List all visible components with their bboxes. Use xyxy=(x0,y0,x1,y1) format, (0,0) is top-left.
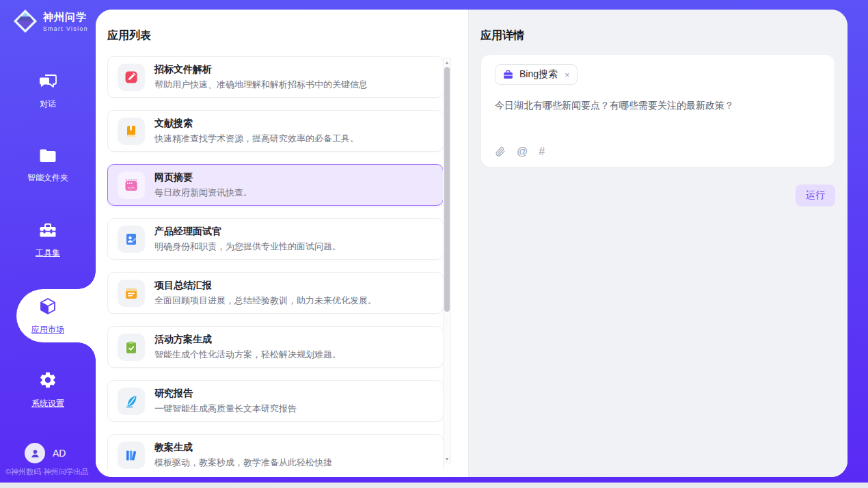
app-desc: 明确身份和职责，为您提供专业性的面试问题。 xyxy=(154,241,341,253)
app-desc: 帮助用户快速、准确地理解和解析招标书中的关键信息 xyxy=(154,79,368,91)
app-desc: 一键智能生成高质量长文本研究报告 xyxy=(154,403,297,415)
app-list: 招标文件解析 帮助用户快速、准确地理解和解析招标书中的关键信息 文献搜索 快速精… xyxy=(107,56,444,470)
browser-code-icon: </> xyxy=(124,178,139,193)
app-item-web-summary[interactable]: </> 网页摘要 每日政府新闻资讯快查。 xyxy=(107,164,444,206)
cube-icon xyxy=(38,297,58,316)
brand-name: 神州问学 xyxy=(43,11,88,24)
hashtag-icon[interactable]: # xyxy=(539,146,545,158)
prompt-card[interactable]: Bing搜索 × 今日湖北有哪些新闻要点？有哪些需要关注的最新政策？ @ # xyxy=(480,54,835,167)
interviewer-icon xyxy=(124,232,139,247)
user-name: AD xyxy=(53,448,66,459)
tool-tag-label: Bing搜索 xyxy=(519,68,558,81)
app-title: 招标文件解析 xyxy=(154,64,368,76)
tool-tag-bing-search[interactable]: Bing搜索 × xyxy=(495,64,578,85)
app-item-pm-interviewer[interactable]: 产品经理面试官 明确身份和职责，为您提供专业性的面试问题。 xyxy=(107,218,444,260)
app-item-event-plan[interactable]: 活动方案生成 智能生成个性化活动方案，轻松解决规划难题。 xyxy=(107,326,444,368)
sidebar-item-smart-folder[interactable]: 智能文件夹 xyxy=(0,148,96,184)
avatar xyxy=(25,443,45,463)
app-list-title: 应用列表 xyxy=(107,29,468,43)
app-item-project-summary[interactable]: 项目总结汇报 全面回顾项目进展，总结经验教训，助力未来优化发展。 xyxy=(107,272,444,314)
sidebar-item-chat[interactable]: 对话 xyxy=(0,74,96,110)
sidebar-item-toolset[interactable]: 工具集 xyxy=(0,221,96,259)
brand-logo: 神州问学 Smart Vision xyxy=(12,8,88,34)
app-detail-panel: 应用详情 Bing搜索 × 今日湖北有哪些新闻要点？有哪些需要关注的最新政策？ … xyxy=(468,10,847,477)
app-desc: 模板驱动，教案秒成，教学准备从此轻松快捷 xyxy=(154,457,332,469)
app-list-panel: 应用列表 招标文件解析 帮助用户快速、准确地理解和解析招标书中的关键信息 xyxy=(96,10,468,477)
scrollbar-thumb[interactable] xyxy=(444,67,450,312)
sidebar-item-label: 对话 xyxy=(0,98,96,110)
app-desc: 每日政府新闻资讯快查。 xyxy=(154,187,252,199)
app-title: 文献搜索 xyxy=(154,118,359,130)
books-icon xyxy=(124,448,139,463)
main-content: 应用列表 招标文件解析 帮助用户快速、准确地理解和解析招标书中的关键信息 xyxy=(96,10,847,477)
tool-tag-close-icon[interactable]: × xyxy=(565,70,570,80)
app-title: 产品经理面试官 xyxy=(154,226,341,238)
sidebar-item-label: 工具集 xyxy=(0,247,96,259)
diamond-logo-icon xyxy=(12,8,38,34)
scrollbar[interactable]: ▲ ▼ xyxy=(443,57,451,463)
sidebar-item-app-market[interactable]: 应用市场 xyxy=(0,297,96,336)
pen-document-icon xyxy=(124,70,139,85)
calendar-icon xyxy=(124,286,139,301)
scrollbar-down-arrow[interactable]: ▼ xyxy=(444,455,450,463)
app-desc: 全面回顾项目进展，总结经验教训，助力未来优化发展。 xyxy=(154,295,377,307)
brand-subtitle: Smart Vision xyxy=(43,25,88,32)
toolbox-icon xyxy=(38,221,57,239)
run-button[interactable]: 运行 xyxy=(796,185,835,206)
sidebar-item-label: 智能文件夹 xyxy=(0,172,96,184)
app-title: 活动方案生成 xyxy=(154,334,341,346)
person-icon xyxy=(29,448,41,459)
attachment-icon[interactable] xyxy=(495,146,506,157)
mention-icon[interactable]: @ xyxy=(517,146,528,158)
sidebar-item-label: 系统设置 xyxy=(0,398,96,409)
gear-icon xyxy=(38,370,57,390)
app-title: 网页摘要 xyxy=(154,172,252,184)
folder-icon xyxy=(38,148,57,164)
app-desc: 智能生成个性化活动方案，轻松解决规划难题。 xyxy=(154,349,341,361)
composer-toolbar: @ # xyxy=(495,146,545,158)
clipboard-check-icon xyxy=(124,340,139,355)
app-title: 教案生成 xyxy=(154,442,332,454)
app-item-research-report[interactable]: 研究报告 一键智能生成高质量长文本研究报告 xyxy=(107,380,444,422)
copyright-text: ©神州数码·神州问学出品 xyxy=(5,467,89,477)
quill-icon xyxy=(124,394,139,409)
sidebar-item-label: 应用市场 xyxy=(0,324,96,336)
app-desc: 快速精准查找学术资源，提高研究效率的必备工具。 xyxy=(154,133,359,145)
svg-text:</>: </> xyxy=(128,185,135,189)
chat-icon xyxy=(38,74,57,90)
app-item-bid-parsing[interactable]: 招标文件解析 帮助用户快速、准确地理解和解析招标书中的关键信息 xyxy=(107,56,444,98)
app-detail-title: 应用详情 xyxy=(480,29,835,43)
app-title: 项目总结汇报 xyxy=(154,280,377,292)
app-title: 研究报告 xyxy=(154,388,297,400)
book-icon xyxy=(124,124,139,139)
scrollbar-up-arrow[interactable]: ▲ xyxy=(444,58,450,66)
query-text[interactable]: 今日湖北有哪些新闻要点？有哪些需要关注的最新政策？ xyxy=(495,100,821,112)
sidebar-item-settings[interactable]: 系统设置 xyxy=(0,370,96,409)
user-account[interactable]: AD xyxy=(25,443,66,463)
briefcase-icon xyxy=(502,69,514,81)
app-item-literature-search[interactable]: 文献搜索 快速精准查找学术资源，提高研究效率的必备工具。 xyxy=(107,110,444,152)
sidebar: 神州问学 Smart Vision 对话 智能文件夹 工具集 xyxy=(0,0,96,483)
app-item-lesson-plan[interactable]: 教案生成 模板驱动，教案秒成，教学准备从此轻松快捷 xyxy=(107,434,444,470)
